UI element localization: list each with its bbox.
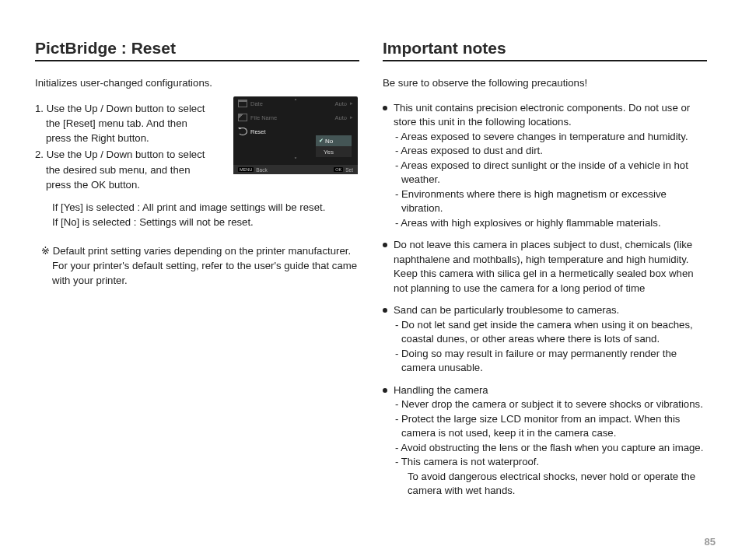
sub-sand-inside: - Do not let sand get inside the camera … — [394, 318, 707, 347]
bullet-precision: This unit contains precision electronic … — [383, 101, 707, 230]
sub-explosives: - Areas with high explosives or highly f… — [394, 216, 707, 230]
chevron-right-icon: ▸ — [350, 100, 353, 107]
lcd-row-filename: File Name Auto ▸ — [233, 110, 358, 124]
lcd-footer-set: Set — [345, 167, 353, 173]
right-intro: Be sure to observe the following precaut… — [383, 77, 707, 89]
lcd-footer-back: Back — [256, 167, 267, 173]
page-number: 85 — [705, 536, 716, 548]
sub-sand-failure: - Doing so may result in failure or may … — [394, 347, 707, 376]
bullet-sand: Sand can be particularly troublesome to … — [383, 303, 707, 375]
sub-never-drop: - Never drop the camera or subject it to… — [394, 397, 707, 411]
step-1: 1. Use the Up / Down button to select th… — [35, 101, 214, 145]
sub-lens-flash: - Avoid obstructing the lens or the flas… — [394, 441, 707, 455]
lcd-option-no: No — [316, 135, 352, 146]
note-line-1: ※ Default print setting varies depending… — [41, 243, 359, 258]
sub-sunlight: - Areas exposed to direct sunlight or th… — [394, 159, 707, 187]
sub-wet-hands: To avoid dangerous electrical shocks, ne… — [394, 470, 707, 499]
right-title: Important notes — [383, 39, 707, 61]
bullet-storage-text: Do not leave this camera in places subje… — [394, 239, 694, 293]
file-icon — [238, 114, 247, 121]
chevron-down-icon: ˅ — [294, 156, 297, 163]
default-note: ※ Default print setting varies depending… — [35, 243, 359, 288]
lcd-file-label: File Name — [250, 114, 335, 121]
lcd-date-label: Date — [250, 100, 335, 107]
steps: 1. Use the Up / Down button to select th… — [35, 101, 214, 194]
left-intro: Initializes user-changed configurations. — [35, 77, 359, 89]
lcd-date-value: Auto — [335, 100, 347, 107]
bullet-handling: Handling the camera - Never drop the cam… — [383, 383, 707, 499]
lcd-reset-label: Reset — [250, 128, 353, 135]
menu-key-icon: MENU — [238, 167, 254, 172]
ok-key-icon: OK — [334, 167, 343, 172]
if-no: If [No] is selected : Settings will not … — [52, 215, 359, 229]
sub-temp-humidity: - Areas exposed to severe changes in tem… — [394, 130, 707, 144]
lcd-file-value: Auto — [335, 114, 347, 121]
if-yes: If [Yes] is selected : All print and ima… — [52, 200, 359, 215]
calendar-icon — [238, 100, 247, 107]
lcd-submenu: No Yes — [316, 135, 352, 157]
sub-not-waterproof: - This camera is not waterproof. — [394, 455, 707, 469]
note-line-2: For your printer's default setting, refe… — [41, 258, 359, 288]
lcd-option-yes: Yes — [316, 146, 352, 157]
bullet-precision-text: This unit contains precision electronic … — [394, 102, 690, 128]
chevron-up-icon: ˄ — [294, 98, 297, 105]
step-2: 2. Use the Up / Down button to select th… — [35, 147, 214, 191]
lcd-footer: MENU Back OK Set — [233, 165, 358, 174]
precautions-list: This unit contains precision electronic … — [383, 101, 707, 499]
chevron-right-icon: ▸ — [350, 114, 353, 121]
sub-magnetism: - Environments where there is high magne… — [394, 187, 707, 216]
left-title: PictBridge : Reset — [35, 39, 359, 61]
sub-lcd-protect: - Protect the large size LCD monitor fro… — [394, 412, 707, 441]
lcd-option-no-label: No — [325, 138, 333, 145]
bullet-sand-text: Sand can be particularly troublesome to … — [394, 304, 619, 316]
if-results: If [Yes] is selected : All print and ima… — [35, 200, 359, 229]
sub-dust-dirt: - Areas exposed to dust and dirt. — [394, 144, 707, 158]
camera-lcd-screenshot: ˄ Date Auto ▸ File Name Auto ▸ Reset No … — [233, 96, 358, 174]
bullet-storage: Do not leave this camera in places subje… — [383, 238, 707, 296]
manual-page: PictBridge : Reset Initializes user-chan… — [0, 0, 742, 560]
bullet-handling-text: Handling the camera — [394, 384, 488, 396]
right-column: Important notes Be sure to observe the f… — [371, 39, 719, 537]
reset-icon — [238, 128, 247, 135]
